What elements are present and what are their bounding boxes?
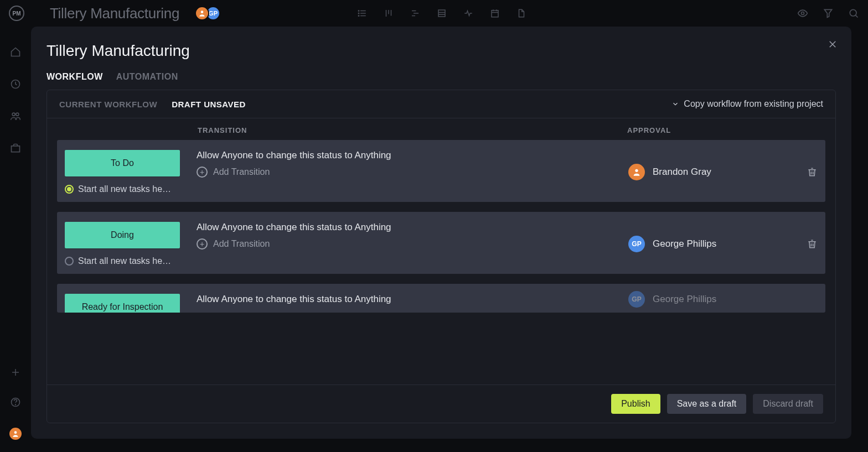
activity-view-icon[interactable]: [463, 8, 474, 19]
approver-name: George Phillips: [653, 294, 716, 305]
status-chip[interactable]: Doing: [65, 222, 180, 248]
app-logo[interactable]: PM: [9, 6, 24, 21]
svg-point-35: [635, 169, 638, 172]
calendar-view-icon[interactable]: [489, 8, 500, 19]
tab-workflow[interactable]: WORKFLOW: [46, 72, 103, 82]
help-icon[interactable]: [10, 397, 21, 408]
status-cell: To Do Start all new tasks he…: [65, 150, 180, 194]
col-header-transition: TRANSITION: [198, 126, 247, 134]
modal-title: Tillery Manufacturing: [31, 42, 851, 62]
svg-marker-21: [824, 9, 831, 17]
workflow-rows: To Do Start all new tasks he… Allow Anyo…: [47, 140, 835, 385]
search-icon[interactable]: [848, 8, 859, 19]
start-here-label: Start all new tasks he…: [78, 184, 171, 194]
svg-rect-16: [492, 11, 498, 17]
filter-icon[interactable]: [823, 8, 834, 19]
svg-point-6: [358, 15, 359, 17]
copy-workflow-label: Copy workflow from existing project: [684, 99, 823, 109]
status-chip[interactable]: To Do: [65, 150, 180, 176]
header-actions: [797, 8, 859, 19]
add-icon[interactable]: [10, 367, 21, 378]
column-headers: TRANSITION APPROVAL: [47, 118, 835, 140]
save-draft-button[interactable]: Save as a draft: [667, 394, 747, 414]
start-here-option[interactable]: Start all new tasks he…: [65, 184, 180, 194]
files-view-icon[interactable]: [516, 8, 527, 19]
transition-text: Allow Anyone to change this status to An…: [197, 294, 612, 305]
svg-rect-27: [12, 146, 20, 152]
plus-circle-icon: +: [197, 238, 208, 250]
avatar-brandon[interactable]: [195, 6, 209, 20]
plus-circle-icon: +: [197, 167, 208, 178]
discard-draft-button[interactable]: Discard draft: [753, 394, 823, 414]
copy-workflow-button[interactable]: Copy workflow from existing project: [671, 99, 823, 109]
add-transition-label: Add Transition: [213, 239, 270, 249]
eye-icon[interactable]: [797, 8, 808, 19]
workflow-modal: Tillery Manufacturing WORKFLOW AUTOMATIO…: [31, 27, 851, 439]
start-here-label: Start all new tasks he…: [78, 256, 171, 266]
approval-cell: Brandon Gray: [628, 150, 818, 194]
svg-point-31: [16, 404, 16, 405]
panel-footer: Publish Save as a draft Discard draft: [47, 385, 835, 423]
svg-point-20: [802, 12, 804, 15]
approver-name: George Phillips: [653, 238, 716, 250]
workflow-row: Doing Start all new tasks he… Allow Anyo…: [57, 212, 825, 274]
project-title: Tillery Manufacturing: [50, 5, 179, 22]
tab-automation[interactable]: AUTOMATION: [116, 72, 178, 82]
modal-tabs: WORKFLOW AUTOMATION: [31, 62, 851, 90]
status-cell: Ready for Inspection: [65, 294, 180, 305]
start-here-option[interactable]: Start all new tasks he…: [65, 256, 180, 266]
svg-line-23: [855, 15, 857, 17]
gantt-view-icon[interactable]: [410, 8, 421, 19]
svg-point-22: [850, 9, 856, 16]
portfolio-icon[interactable]: [10, 143, 21, 154]
board-view-icon[interactable]: [383, 8, 394, 19]
add-transition-button[interactable]: + Add Transition: [197, 238, 612, 250]
team-icon[interactable]: [10, 111, 21, 122]
left-sidebar: [0, 27, 31, 452]
approval-cell: GP George Phillips: [628, 294, 818, 305]
transition-cell: Allow Anyone to change this status to An…: [197, 222, 612, 266]
panel-header: CURRENT WORKFLOW DRAFT UNSAVED Copy work…: [47, 90, 835, 118]
status-chip[interactable]: Ready for Inspection: [65, 294, 180, 313]
workflow-row: To Do Start all new tasks he… Allow Anyo…: [57, 140, 825, 202]
status-cell: Doing Start all new tasks he…: [65, 222, 180, 266]
approval-cell: GP George Phillips: [628, 222, 818, 266]
transition-cell: Allow Anyone to change this status to An…: [197, 294, 612, 305]
user-avatar[interactable]: [8, 427, 23, 441]
radio-off-icon: [65, 257, 74, 266]
transition-text: Allow Anyone to change this status to An…: [197, 222, 612, 233]
add-transition-label: Add Transition: [213, 167, 270, 177]
sheet-view-icon[interactable]: [436, 8, 447, 19]
publish-button[interactable]: Publish: [611, 394, 660, 414]
col-header-approval: APPROVAL: [627, 126, 817, 134]
close-button[interactable]: [826, 38, 839, 51]
tab-current-workflow[interactable]: CURRENT WORKFLOW: [59, 100, 157, 109]
transition-text: Allow Anyone to change this status to An…: [197, 150, 612, 161]
svg-rect-13: [438, 10, 445, 17]
approver-avatar[interactable]: GP: [628, 291, 645, 308]
transition-cell: Allow Anyone to change this status to An…: [197, 150, 612, 194]
approver-name: Brandon Gray: [653, 167, 711, 178]
approver-avatar[interactable]: GP: [628, 236, 645, 252]
workflow-row: Ready for Inspection Allow Anyone to cha…: [57, 284, 825, 313]
chevron-down-icon: [671, 100, 679, 108]
tab-draft-unsaved[interactable]: DRAFT UNSAVED: [172, 100, 246, 109]
home-icon[interactable]: [10, 46, 21, 58]
app-header: PM Tillery Manufacturing GP: [0, 0, 868, 27]
member-avatars[interactable]: GP: [198, 6, 220, 20]
add-transition-button[interactable]: + Add Transition: [197, 167, 612, 178]
delete-row-button[interactable]: [807, 167, 818, 178]
list-view-icon[interactable]: [356, 8, 368, 19]
svg-point-5: [358, 13, 359, 14]
view-switcher: [356, 8, 527, 19]
radio-on-icon: [65, 185, 74, 194]
svg-point-0: [201, 11, 204, 13]
delete-row-button[interactable]: [807, 238, 818, 250]
svg-point-4: [358, 11, 359, 12]
approver-avatar[interactable]: [628, 164, 645, 180]
svg-point-26: [16, 113, 19, 116]
workflow-panel: CURRENT WORKFLOW DRAFT UNSAVED Copy work…: [46, 90, 836, 423]
svg-point-32: [14, 431, 17, 434]
recent-icon[interactable]: [10, 79, 21, 90]
svg-point-25: [12, 113, 15, 116]
